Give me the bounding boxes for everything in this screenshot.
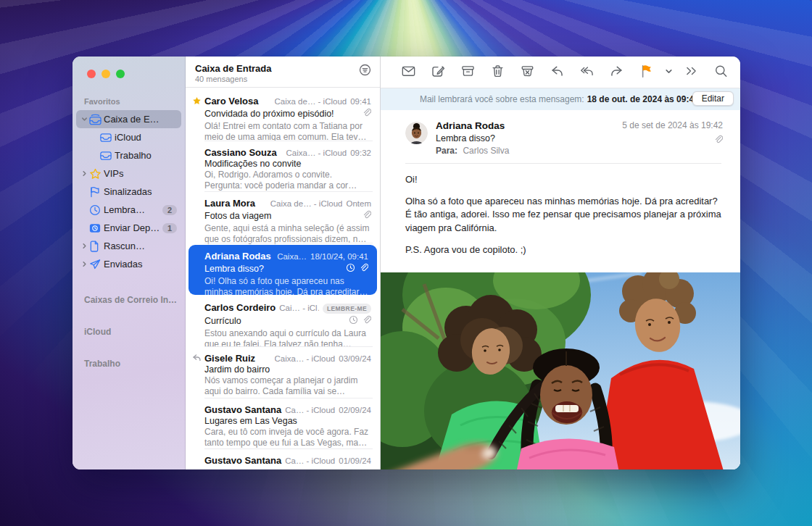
- row-preview: Olá! Entrei em contato com a Tatiana por…: [204, 121, 371, 143]
- sidebar-section-header[interactable]: iCloud: [72, 327, 185, 337]
- message-row[interactable]: Adriana Rodas Caixa… 18/10/24, 09:41 Lem…: [188, 245, 377, 295]
- archive-icon: [461, 64, 475, 80]
- to-recipient[interactable]: Carlos Silva: [463, 146, 509, 156]
- compose-icon: [431, 64, 445, 80]
- row-account: Caixa… - iCloud: [286, 149, 347, 157]
- row-preview: Oi! Olha só a foto que apareceu nas minh…: [204, 276, 368, 298]
- reminder-text: Mail lembrará você sobre esta mensagem:: [420, 94, 584, 104]
- sidebar-section-header[interactable]: Caixas de Correio In…: [72, 295, 185, 305]
- chevron-down-icon[interactable]: [80, 116, 89, 122]
- row-sender: Cassiano Souza: [204, 147, 277, 158]
- sidebar-item-label: iCloud: [115, 132, 177, 143]
- unread-badge: 1: [162, 223, 177, 233]
- row-preview: Cara, eu tô com inveja de você agora. Fa…: [204, 427, 371, 448]
- tray-icon: [100, 133, 115, 143]
- sidebar-item[interactable]: iCloud: [76, 128, 181, 146]
- row-preview: Nós vamos começar a planejar o jardim aq…: [204, 375, 371, 397]
- toolbar-button[interactable]: [714, 64, 728, 80]
- paperclip-icon: [362, 314, 371, 327]
- reader-pane: Mail lembrará você sobre esta mensagem: …: [380, 57, 740, 469]
- row-sender: Carlos Cordeiro: [204, 302, 276, 313]
- sidebar-item[interactable]: VIPs: [76, 164, 181, 183]
- message-row[interactable]: Cassiano Souza Caixa… - iCloud 09:32 Mod…: [186, 141, 380, 193]
- message-subject: Lembra disso?: [436, 133, 509, 143]
- toolbar-button[interactable]: [402, 64, 415, 80]
- message-date: 5 de set de 2024 às 19:42: [622, 120, 723, 130]
- toolbar-button[interactable]: [665, 67, 673, 78]
- row-time: 09:41: [350, 97, 371, 106]
- photo-attachment[interactable]: [381, 272, 740, 469]
- toolbar-button[interactable]: [684, 64, 698, 80]
- toolbar-button[interactable]: [580, 64, 594, 80]
- sender-avatar[interactable]: [405, 122, 428, 144]
- get-mail-icon: [402, 64, 415, 80]
- tray-icon: [100, 151, 115, 161]
- toolbar-button[interactable]: [461, 64, 475, 80]
- zoom-button[interactable]: [116, 70, 125, 78]
- row-time: Ontem: [346, 199, 371, 208]
- reply-all-icon: [580, 64, 594, 80]
- row-account: Ca… - iCloud: [285, 406, 335, 414]
- sidebar-item[interactable]: Enviar Dep… 1: [76, 219, 181, 237]
- message-sender: Adriana Rodas: [436, 120, 509, 131]
- row-subject: Jardim do bairro: [204, 364, 371, 375]
- chevron-right-icon[interactable]: [80, 261, 89, 267]
- sidebar-item[interactable]: Trabalho: [76, 146, 181, 164]
- close-button[interactable]: [87, 70, 96, 78]
- sidebar-item[interactable]: Enviadas: [76, 255, 181, 273]
- clock-small-icon: [349, 314, 358, 327]
- sidebar-item[interactable]: Sinalizadas: [76, 183, 181, 201]
- paperclip-icon[interactable]: [713, 135, 723, 146]
- chevron-right-icon[interactable]: [80, 170, 89, 177]
- toolbar-button[interactable]: [639, 64, 653, 80]
- row-time: 18/10/24, 09:41: [310, 252, 368, 261]
- message-row[interactable]: Caro Velosa Caixa de… - iCloud 09:41 Con…: [186, 90, 380, 141]
- toolbar-button[interactable]: [610, 64, 624, 80]
- toolbar-button[interactable]: [521, 64, 534, 80]
- window-controls: [72, 68, 185, 78]
- row-sender: Adriana Rodas: [204, 251, 271, 262]
- message-row[interactable]: Gustavo Santana Ca… - iCloud 02/09/24 Lu…: [186, 398, 380, 450]
- reminder-date: 18 de out. de 2024 às 09:41.: [587, 94, 701, 104]
- minimize-button[interactable]: [102, 70, 110, 78]
- clock-icon: [89, 204, 104, 216]
- toolbar-button[interactable]: [431, 64, 445, 80]
- sidebar-item-label: Trabalho: [115, 150, 177, 161]
- sidebar-item[interactable]: Rascun…: [76, 237, 181, 255]
- row-sender: Caro Velosa: [204, 96, 258, 107]
- row-preview: Gente, aqui está a minha seleção (é assi…: [204, 223, 371, 245]
- message-row[interactable]: Carlos Cordeiro Cai… - iCl… LEMBRE-ME Cu…: [186, 296, 380, 348]
- list-header: Caixa de Entrada 40 mensagens: [186, 57, 380, 88]
- flag-icon: [89, 186, 104, 198]
- sidebar-item-label: Caixa de E…: [104, 114, 177, 125]
- edit-reminder-button[interactable]: Editar: [692, 91, 734, 106]
- sidebar-item[interactable]: Lembra… 2: [76, 201, 181, 219]
- toolbar-button[interactable]: [491, 64, 505, 80]
- search-icon: [714, 64, 728, 80]
- message-row[interactable]: Gisele Ruiz Caixa… - iCloud 03/09/24 Jar…: [186, 347, 380, 398]
- sidebar-item[interactable]: Caixa de E…: [76, 110, 181, 128]
- sidebar-section-header[interactable]: Trabalho: [72, 359, 185, 369]
- row-sender: Gisele Ruiz: [204, 353, 255, 364]
- toolbar-button[interactable]: [550, 64, 564, 80]
- sidebar-item-label: Rascun…: [104, 241, 177, 251]
- filter-button[interactable]: [359, 64, 371, 78]
- row-account: Caixa… - iCloud: [275, 354, 336, 363]
- message-header: Adriana Rodas Lembra disso? Para: Carlos…: [381, 110, 740, 163]
- sidebar-item-label: Enviar Dep…: [104, 222, 160, 233]
- message-rows[interactable]: Caro Velosa Caixa de… - iCloud 09:41 Con…: [186, 88, 380, 469]
- paperclip-icon: [362, 209, 371, 222]
- body-paragraph: Olha só a foto que apareceu nas minhas m…: [405, 195, 723, 235]
- message-row[interactable]: Gustavo Santana Ca… - iCloud 01/09/24: [186, 449, 380, 469]
- row-subject: Modificações no convite: [204, 159, 371, 169]
- favorites-header: Favoritos: [72, 78, 185, 110]
- message-body: Oi!Olha só a foto que apareceu nas minha…: [381, 164, 740, 272]
- row-subject: Convidada do próximo episódio!: [204, 109, 362, 119]
- trash-icon: [491, 64, 505, 80]
- star-fill-icon: [191, 96, 202, 106]
- sidebar-item-label: Lembra…: [104, 204, 160, 215]
- message-row[interactable]: Laura Mora Caixa de… - iCloud Ontem Foto…: [186, 192, 380, 243]
- chevron-right-icon[interactable]: [80, 243, 89, 249]
- send-later-icon: [89, 223, 104, 233]
- message-count: 40 mensagens: [195, 75, 371, 83]
